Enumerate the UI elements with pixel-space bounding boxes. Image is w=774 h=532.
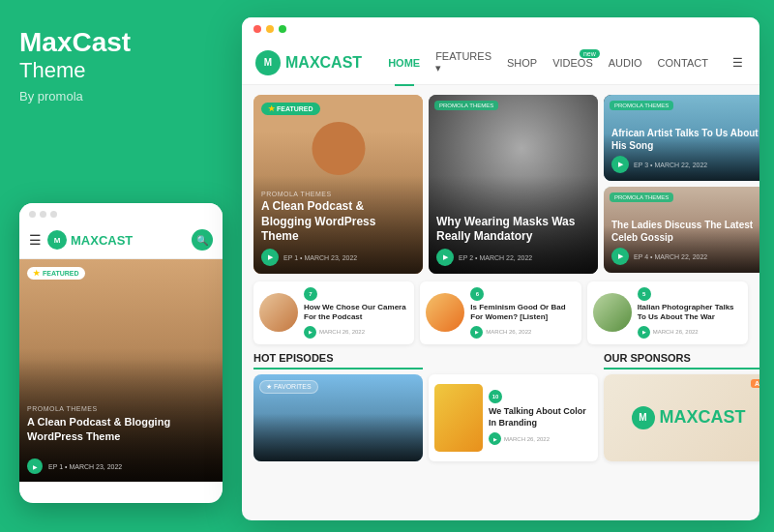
card1-play-button[interactable]: [261, 249, 279, 266]
browser-dot-yellow: [266, 25, 274, 33]
brand-byline: By promola: [19, 89, 213, 103]
ep3-info: 5 Italian Photographer Talks To Us About…: [638, 287, 742, 339]
mobile-logo-text: MAXCAST: [71, 233, 133, 248]
episodes-row: 7 How We Chose Our Camera For the Podcas…: [253, 281, 748, 344]
section-labels: HOT EPISODES OUR SPONSORS: [253, 352, 748, 369]
bottom-ep-thumb: [434, 384, 483, 452]
browser-bar: [242, 17, 759, 41]
mobile-card-ep: EP 1 • MARCH 23, 2022: [48, 463, 122, 470]
nav-audio[interactable]: AUDIO: [602, 53, 649, 73]
card3-content: African Artist Talks To Us About His Son…: [604, 119, 759, 181]
episode-card-2[interactable]: 6 Is Feminism Good Or Bad For Women? [Li…: [420, 281, 580, 344]
mobile-featured-card: ★ FEATURED PROMOLA THEMES A Clean Podcas…: [19, 259, 223, 482]
badge-star-icon: ★: [268, 104, 275, 113]
site-logo: M MAXCAST: [255, 50, 362, 75]
mobile-dot-2: [40, 211, 46, 218]
site-header: M MAXCAST HOME FEATURES ▾ SHOP VIDEOS AU…: [242, 41, 759, 85]
nav-features[interactable]: FEATURES ▾: [429, 46, 498, 78]
mobile-nav: ☰ M MAXCAST 🔍: [19, 225, 223, 259]
card2-ep: EP 2 • MARCH 22, 2022: [459, 254, 532, 261]
ep1-play-button[interactable]: [304, 326, 316, 339]
card1-ep: EP 1 • MARCH 23, 2022: [283, 254, 357, 261]
main-panel: M MAXCAST HOME FEATURES ▾ SHOP VIDEOS AU…: [242, 17, 759, 520]
featured-card-2[interactable]: PROMOLA THEMES Why Wearing Masks Was Rea…: [429, 95, 598, 274]
bottom-section: ★ FAVORITES 10 We Talking About Color In…: [253, 374, 748, 461]
nav-home[interactable]: HOME: [381, 53, 427, 73]
mobile-dot-1: [29, 211, 36, 218]
card1-meta: EP 1 • MARCH 23, 2022: [261, 249, 415, 266]
content-area: ★ FEATURED PROMOLA THEMES A Clean Podcas…: [242, 85, 759, 471]
mobile-card-meta: EP 1 • MARCH 23, 2022: [27, 458, 215, 474]
card3-label-badge: PROMOLA THEMES: [610, 101, 673, 110]
mobile-logo-icon: M: [47, 230, 67, 250]
featured-star-icon: ★: [33, 269, 40, 278]
sponsor-logo: M MAXCAST: [632, 406, 746, 429]
ep3-thumb: [593, 293, 632, 332]
ep3-meta: MARCH 26, 2022: [638, 326, 742, 339]
ep2-meta: MARCH 26, 2022: [470, 326, 575, 339]
featured-card-3[interactable]: PROMOLA THEMES African Artist Talks To U…: [604, 95, 759, 181]
nav-shop[interactable]: SHOP: [500, 53, 544, 73]
card2-label-badge: PROMOLA THEMES: [434, 101, 498, 110]
browser-dot-red: [253, 25, 261, 33]
card1-label: PROMOLA THEMES: [261, 191, 415, 197]
ep1-info: 7 How We Chose Our Camera For the Podcas…: [304, 287, 408, 339]
bottom-ep-meta: MARCH 26, 2022: [489, 432, 592, 445]
ep1-meta: MARCH 26, 2022: [304, 326, 408, 339]
mobile-browser-bar: [19, 203, 223, 225]
bottom-ep-play-button[interactable]: [489, 432, 501, 445]
ep3-play-button[interactable]: [638, 326, 650, 339]
ep2-play-button[interactable]: [470, 326, 483, 339]
mobile-dots: [29, 211, 57, 218]
ep2-date: MARCH 26, 2022: [486, 329, 531, 335]
card2-content: Why Wearing Masks Was Really Mandatory E…: [429, 207, 598, 274]
card1-title: A Clean Podcast & Blogging WordPress The…: [261, 199, 415, 245]
mobile-logo: M MAXCAST: [47, 230, 133, 250]
ep2-info: 6 Is Feminism Good Or Bad For Women? [Li…: [470, 287, 575, 339]
episode-card-3[interactable]: 5 Italian Photographer Talks To Us About…: [587, 281, 748, 344]
mobile-card-overlay: [19, 259, 223, 482]
ep1-title: How We Chose Our Camera For the Podcast: [304, 303, 408, 323]
hamburger-icon-button[interactable]: ☰: [725, 49, 752, 76]
bottom-ep-info: 10 We Talking About Color In Branding MA…: [489, 390, 592, 445]
sponsor-card: AD M MAXCAST: [604, 374, 759, 461]
bottom-image-card[interactable]: ★ FAVORITES: [253, 374, 423, 461]
nav-videos[interactable]: VIDEOS: [546, 53, 600, 73]
mobile-play-button[interactable]: [27, 458, 43, 474]
card1-content: PROMOLA THEMES A Clean Podcast & Bloggin…: [253, 183, 423, 274]
card3-play-button[interactable]: [611, 156, 629, 173]
mobile-card-title: A Clean Podcast & Blogging WordPress The…: [27, 415, 215, 443]
card2-title: Why Wearing Masks Was Really Mandatory: [436, 215, 590, 245]
card3-meta: EP 3 • MARCH 22, 2022: [611, 156, 759, 173]
mobile-hamburger-icon[interactable]: ☰: [29, 232, 42, 248]
featured-card-4[interactable]: PROMOLA THEMES The Ladies Discuss The La…: [604, 187, 759, 273]
ep1-circle: 7: [304, 287, 317, 301]
ep2-title: Is Feminism Good Or Bad For Women? [List…: [470, 303, 575, 323]
card2-play-button[interactable]: [436, 249, 454, 266]
featured-card-1[interactable]: ★ FEATURED PROMOLA THEMES A Clean Podcas…: [253, 95, 423, 274]
card3-ep: EP 3 • MARCH 22, 2022: [634, 162, 707, 168]
ep2-thumb: [426, 293, 464, 332]
ep3-num: 5: [638, 287, 742, 301]
ep3-circle: 5: [638, 287, 651, 301]
site-nav: HOME FEATURES ▾ SHOP VIDEOS AUDIO CONTAC…: [381, 46, 715, 78]
card4-play-button[interactable]: [611, 248, 629, 265]
ep1-thumb: [259, 293, 298, 332]
ad-badge: AD: [751, 379, 759, 388]
bottom-ep-title: We Talking About Color In Branding: [489, 406, 592, 429]
card4-label-badge: PROMOLA THEMES: [610, 192, 673, 202]
featured-badge: ★ FEATURED: [261, 103, 320, 115]
ep3-title: Italian Photographer Talks To Us About T…: [638, 303, 742, 323]
mobile-dot-3: [50, 211, 57, 218]
episode-card-1[interactable]: 7 How We Chose Our Camera For the Podcas…: [253, 281, 414, 344]
ep3-date: MARCH 26, 2022: [653, 329, 699, 335]
brand-title: MaxCast: [19, 29, 213, 56]
bottom-episode-card[interactable]: 10 We Talking About Color In Branding MA…: [429, 374, 598, 461]
sponsor-logo-inner: M MAXCAST: [632, 406, 746, 429]
card4-title: The Ladies Discuss The Latest Celeb Goss…: [611, 219, 759, 244]
card2-meta: EP 2 • MARCH 22, 2022: [436, 249, 590, 266]
nav-contact[interactable]: CONTACT: [651, 53, 715, 73]
ep1-num: 7: [304, 287, 408, 301]
mobile-card-label: PROMOLA THEMES: [27, 405, 215, 412]
mobile-search-button[interactable]: 🔍: [192, 229, 213, 251]
